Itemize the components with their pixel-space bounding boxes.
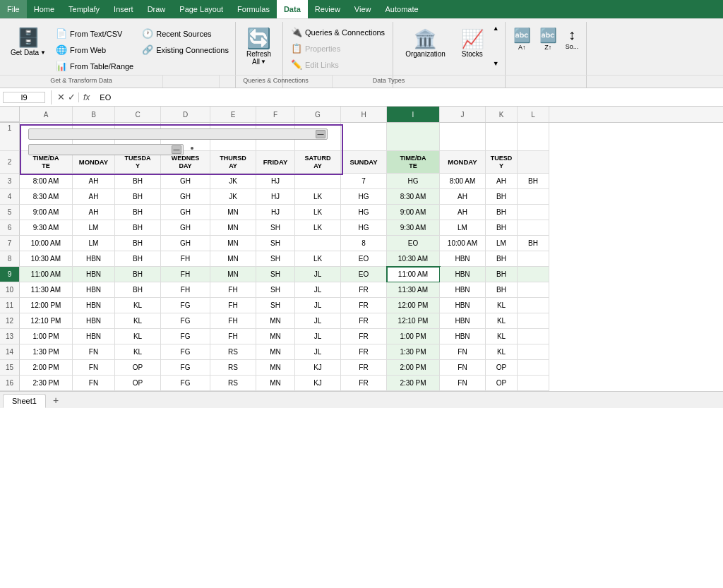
formula-cancel-icon[interactable]: ✕ <box>57 92 65 102</box>
cell-F10[interactable]: SH <box>256 282 295 298</box>
row-header-6[interactable]: 6 <box>0 220 20 236</box>
row-header-7[interactable]: 7 <box>0 236 20 251</box>
cell-I3[interactable]: HG <box>387 174 440 189</box>
col-header-b[interactable]: B <box>73 107 115 122</box>
existing-connections-button[interactable]: 🔗 Existing Connections <box>138 42 232 57</box>
col-header-e[interactable]: E <box>210 107 256 122</box>
stocks-button[interactable]: 📈 Stocks <box>455 25 490 61</box>
cell-a2[interactable]: TIME/DATE <box>20 151 73 174</box>
cell-J9[interactable]: HBN <box>440 267 486 282</box>
cell-L15[interactable] <box>518 360 549 376</box>
sort-button[interactable]: ↕️ So... <box>562 25 582 53</box>
row-header-3[interactable]: 3 <box>0 174 20 189</box>
cell-F12[interactable]: MN <box>256 313 295 329</box>
cell-E14[interactable]: RS <box>210 344 256 360</box>
cell-G5[interactable]: LK <box>295 205 341 220</box>
cell-C7[interactable]: BH <box>115 236 161 251</box>
cell-H12[interactable]: FR <box>341 313 387 329</box>
add-sheet-button[interactable]: + <box>47 392 64 408</box>
cell-F9[interactable]: SH <box>256 267 295 282</box>
cell-E13[interactable]: FH <box>210 329 256 344</box>
cell-K5[interactable]: BH <box>486 205 518 220</box>
cell-A10[interactable]: 11:30 AM <box>20 282 73 298</box>
cell-C5[interactable]: BH <box>115 205 161 220</box>
cell-I5[interactable]: 9:00 AM <box>387 205 440 220</box>
cell-D12[interactable]: FG <box>161 313 210 329</box>
cell-B13[interactable]: HBN <box>73 329 115 344</box>
cell-L12[interactable] <box>518 313 549 329</box>
recent-sources-button[interactable]: 🕐 Recent Sources <box>138 26 232 41</box>
col-header-a[interactable]: A <box>20 107 73 122</box>
row-header-16[interactable]: 16 <box>0 376 20 391</box>
cell-E9[interactable]: MN <box>210 267 256 282</box>
cell-H8[interactable]: EO <box>341 251 387 267</box>
cell-K10[interactable]: BH <box>486 282 518 298</box>
cell-A8[interactable]: 10:30 AM <box>20 251 73 267</box>
cell-I13[interactable]: 1:00 PM <box>387 329 440 344</box>
cell-i1[interactable] <box>387 123 440 151</box>
cell-I8[interactable]: 10:30 AM <box>387 251 440 267</box>
cell-J15[interactable]: FN <box>440 360 486 376</box>
cell-D11[interactable]: FG <box>161 298 210 313</box>
from-table-button[interactable]: 📊 From Table/Range <box>52 59 137 73</box>
cell-E3[interactable]: JK <box>210 174 256 189</box>
cell-d2[interactable]: WEDNESDAY <box>161 151 210 174</box>
col-header-l[interactable]: L <box>518 107 549 122</box>
cell-B5[interactable]: AH <box>73 205 115 220</box>
cell-J7[interactable]: 10:00 AM <box>440 236 486 251</box>
cell-E5[interactable]: MN <box>210 205 256 220</box>
cell-D6[interactable]: GH <box>161 220 210 236</box>
cell-J4[interactable]: AH <box>440 189 486 205</box>
cell-D3[interactable]: GH <box>161 174 210 189</box>
scroll-up-arrow[interactable]: ▲ <box>493 25 499 32</box>
cell-J8[interactable]: HBN <box>440 251 486 267</box>
cell-H7[interactable]: 8 <box>341 236 387 251</box>
formula-input[interactable] <box>97 92 720 102</box>
scroll-down-arrow[interactable]: ▼ <box>493 60 499 67</box>
menu-templafy[interactable]: Templafy <box>61 0 107 18</box>
menu-home[interactable]: Home <box>27 0 61 18</box>
cell-D10[interactable]: FH <box>161 282 210 298</box>
cell-i2[interactable]: TIME/DATE <box>387 151 440 174</box>
cell-e1[interactable] <box>210 123 256 151</box>
cell-G15[interactable]: KJ <box>295 360 341 376</box>
cell-I7[interactable]: EO <box>387 236 440 251</box>
cell-reference-box[interactable] <box>3 92 45 103</box>
cell-G12[interactable]: JL <box>295 313 341 329</box>
cell-E12[interactable]: FH <box>210 313 256 329</box>
formula-confirm-icon[interactable]: ✓ <box>68 92 76 102</box>
row-header-10[interactable]: 10 <box>0 282 20 298</box>
cell-C4[interactable]: BH <box>115 189 161 205</box>
cell-K8[interactable]: BH <box>486 251 518 267</box>
cell-j2[interactable]: MONDAY <box>440 151 486 174</box>
cell-D13[interactable]: FG <box>161 329 210 344</box>
cell-I15[interactable]: 2:00 PM <box>387 360 440 376</box>
cell-B7[interactable]: LM <box>73 236 115 251</box>
properties-button[interactable]: 📋 Properties <box>287 41 388 56</box>
cell-J13[interactable]: HBN <box>440 329 486 344</box>
cell-H16[interactable]: FR <box>341 376 387 391</box>
cell-H4[interactable]: HG <box>341 189 387 205</box>
cell-K14[interactable]: KL <box>486 344 518 360</box>
cell-H10[interactable]: FR <box>341 282 387 298</box>
row-header-2[interactable]: 2 <box>0 151 20 174</box>
cell-D16[interactable]: FG <box>161 376 210 391</box>
cell-k1[interactable] <box>486 123 518 151</box>
cell-G13[interactable]: JL <box>295 329 341 344</box>
cell-K12[interactable]: KL <box>486 313 518 329</box>
col-header-f[interactable]: F <box>256 107 295 122</box>
refresh-all-button[interactable]: 🔄 Refresh All▼ <box>241 25 277 68</box>
cell-I14[interactable]: 1:30 PM <box>387 344 440 360</box>
cell-B8[interactable]: HBN <box>73 251 115 267</box>
cell-E7[interactable]: MN <box>210 236 256 251</box>
row-header-12[interactable]: 12 <box>0 313 20 329</box>
cell-C13[interactable]: KL <box>115 329 161 344</box>
cell-H15[interactable]: FR <box>341 360 387 376</box>
menu-automate[interactable]: Automate <box>378 0 426 18</box>
queries-connections-button[interactable]: 🔌 Queries & Connections <box>287 25 388 40</box>
cell-F7[interactable]: SH <box>256 236 295 251</box>
cell-C10[interactable]: BH <box>115 282 161 298</box>
cell-L14[interactable] <box>518 344 549 360</box>
cell-g1[interactable] <box>295 123 341 151</box>
cell-C16[interactable]: OP <box>115 376 161 391</box>
